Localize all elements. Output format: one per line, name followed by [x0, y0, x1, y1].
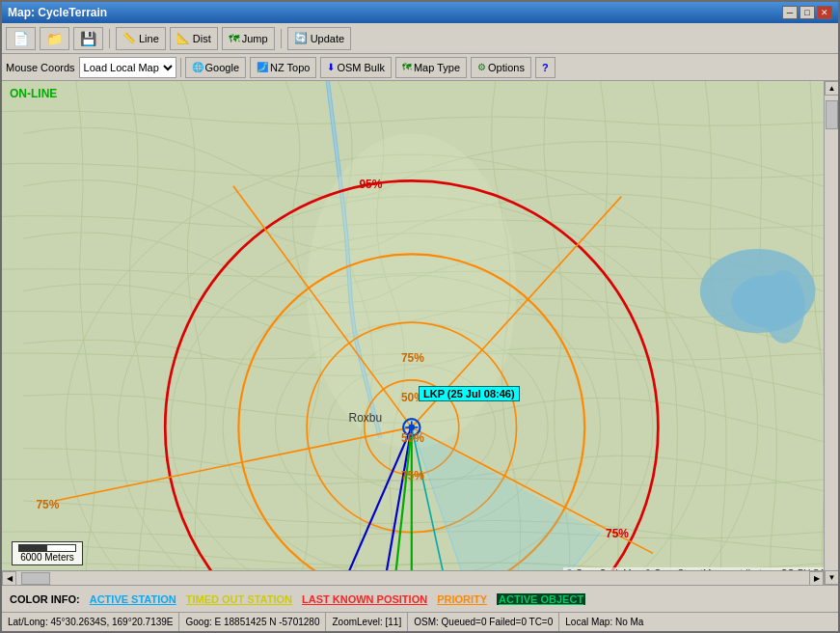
local-map-cell: Local Map: No Ma — [559, 613, 649, 631]
address-bar: Mouse Coords Load Local Map 🌐 Google 🗾 N… — [2, 54, 838, 81]
scroll-thumb-h[interactable] — [21, 572, 50, 585]
help-label: ? — [542, 62, 549, 73]
svg-text:50%: 50% — [401, 431, 424, 445]
title-bar: Map: CycleTerrain ─ □ ✕ — [2, 2, 838, 23]
nz-topo-button[interactable]: 🗾 NZ Topo — [250, 57, 316, 78]
toolbar: 📄 📁 💾 📏 Line 📐 Dist 🗺 Jump 🔄 Update — [2, 23, 838, 54]
priority-label: PRIORITY — [437, 593, 487, 605]
options-button[interactable]: ⚙ Options — [471, 57, 531, 78]
update-label: Update — [311, 33, 344, 44]
help-button[interactable]: ? — [535, 57, 555, 78]
scale-bar: 6000 Meters — [12, 541, 83, 565]
goog-text: Goog: E 18851425 N -5701280 — [185, 617, 319, 627]
minimize-button[interactable]: ─ — [782, 6, 798, 19]
map-type-button[interactable]: 🗺 Map Type — [395, 57, 467, 78]
jump-label: Jump — [242, 33, 268, 44]
window-title: Map: CycleTerrain — [8, 6, 107, 19]
zoom-text: ZoomLevel: [11] — [332, 617, 401, 627]
line-label: Line — [139, 33, 159, 44]
nz-topo-label: NZ Topo — [270, 62, 310, 73]
load-map-select[interactable]: Load Local Map — [79, 57, 176, 78]
dist-button[interactable]: 📐 Dist — [170, 27, 218, 50]
svg-text:75%: 75% — [401, 469, 424, 482]
legend-active-station: ACTIVE STATION — [90, 593, 176, 605]
legend-active-object: ACTIVE OBJECT — [497, 593, 585, 605]
maximize-button[interactable]: □ — [799, 6, 815, 19]
jump-button[interactable]: 🗺 Jump — [222, 27, 275, 50]
color-info-label: COLOR INFO: — [10, 593, 80, 605]
lat-lon-cell: Lat/Long: 45°30.2634S, 169°20.7139E — [2, 613, 179, 631]
legend-timed-out-station: TIMED OUT STATION — [186, 593, 292, 605]
scroll-left-button[interactable]: ◀ — [2, 571, 16, 585]
horizontal-scrollbar[interactable]: ◀ ▶ — [2, 570, 824, 585]
online-label: ON-LINE — [10, 87, 57, 100]
osm-bulk-button[interactable]: ⬇ OSM Bulk — [320, 57, 392, 78]
map-svg: Roxbu 95% 75% 50% 50% 75% 75% 75% 50% 25… — [2, 81, 838, 585]
osm-text: OSM: Queued=0 Failed=0 TC=0 — [414, 617, 553, 627]
osm-cell: OSM: Queued=0 Failed=0 TC=0 — [408, 613, 559, 631]
status-bar: Lat/Long: 45°30.2634S, 169°20.7139E Goog… — [2, 612, 838, 631]
zoom-cell: ZoomLevel: [11] — [326, 613, 408, 631]
svg-text:Roxbu: Roxbu — [349, 411, 383, 425]
window-controls: ─ □ ✕ — [782, 6, 832, 19]
new-button[interactable]: 📄 — [6, 27, 36, 50]
svg-text:95%: 95% — [359, 178, 382, 191]
active-object-label: ACTIVE OBJECT — [497, 593, 585, 605]
scroll-right-button[interactable]: ▶ — [809, 571, 824, 585]
scroll-thumb-v[interactable] — [826, 100, 838, 129]
google-label: Google — [205, 62, 239, 73]
update-button[interactable]: 🔄 Update — [287, 27, 351, 50]
legend-last-known-position: LAST KNOWN POSITION — [302, 593, 427, 605]
save-button[interactable]: 💾 — [73, 27, 103, 50]
options-label: Options — [488, 62, 525, 73]
lat-lon-text: Lat/Long: 45°30.2634S, 169°20.7139E — [8, 617, 173, 627]
vertical-scrollbar[interactable]: ▲ ▼ — [824, 81, 838, 585]
scroll-up-button[interactable]: ▲ — [825, 81, 838, 96]
svg-text:75%: 75% — [36, 498, 59, 511]
goog-cell: Goog: E 18851425 N -5701280 — [179, 613, 326, 631]
svg-text:75%: 75% — [401, 351, 424, 365]
legend-priority: PRIORITY — [437, 593, 487, 605]
scroll-track-v — [825, 96, 838, 570]
local-map-text: Local Map: No Ma — [565, 617, 643, 627]
osm-bulk-label: OSM Bulk — [337, 62, 385, 73]
last-known-position-label: LAST KNOWN POSITION — [302, 593, 427, 605]
svg-point-9 — [763, 270, 805, 344]
dist-label: Dist — [193, 33, 211, 44]
google-button[interactable]: 🌐 Google — [185, 57, 246, 78]
legend-bar: COLOR INFO: ACTIVE STATION TIMED OUT STA… — [2, 585, 838, 612]
map-container[interactable]: Roxbu 95% 75% 50% 50% 75% 75% 75% 50% 25… — [2, 81, 838, 585]
timed-out-station-label: TIMED OUT STATION — [186, 593, 292, 605]
close-button[interactable]: ✕ — [817, 6, 832, 19]
separator-2 — [281, 29, 282, 48]
separator-1 — [109, 29, 110, 48]
scroll-track-h — [16, 571, 809, 585]
lkp-text: LKP (25 Jul 08:46) — [423, 388, 515, 399]
main-window: Map: CycleTerrain ─ □ ✕ 📄 📁 💾 📏 Line 📐 D… — [0, 0, 840, 633]
map-type-label: Map Type — [414, 62, 460, 73]
mouse-coords-label: Mouse Coords — [6, 62, 75, 73]
scroll-down-button[interactable]: ▼ — [825, 570, 838, 585]
separator-3 — [180, 58, 181, 77]
scale-label: 6000 Meters — [18, 552, 76, 563]
open-button[interactable]: 📁 — [40, 27, 69, 50]
lkp-tooltip: LKP (25 Jul 08:46) — [419, 386, 520, 401]
active-station-label: ACTIVE STATION — [90, 593, 176, 605]
svg-text:75%: 75% — [606, 527, 629, 540]
line-button[interactable]: 📏 Line — [116, 27, 166, 50]
